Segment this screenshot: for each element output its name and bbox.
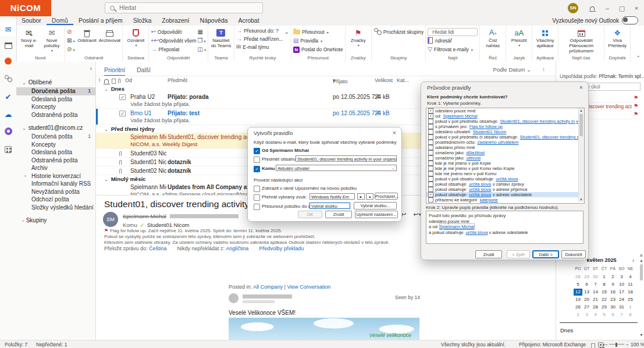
scroll-thumb[interactable] [579,114,583,136]
condition-checkbox[interactable] [428,155,433,161]
calendar-day[interactable]: 7 [617,311,626,318]
gallery-more-button[interactable]: ⌄ [284,28,289,36]
flag-button[interactable]: ⚑Značky▾ [347,27,369,55]
task-flag-icon[interactable]: ⚑ [634,95,638,101]
calendar-day[interactable]: 9 [609,281,617,288]
column-size[interactable]: Velikost [375,77,393,83]
condition-link[interactable]: Student01, discover trending activity ..… [520,134,584,140]
menu-tab[interactable]: Poslání a příjem [73,16,128,25]
condition-checkbox[interactable]: ✓ [428,108,433,113]
calendar-day[interactable]: 3 [617,274,626,280]
calendar-day[interactable]: 10 [617,281,626,288]
advanced-options-button[interactable]: Upřesnit nastavení... [355,211,398,218]
calendar-day[interactable]: 22 [600,296,609,303]
condition-checkbox[interactable] [428,187,433,192]
zoom-slider-thumb[interactable] [615,343,617,347]
poll-button[interactable]: Odpovědět Plánovacím průzkumem [560,27,602,55]
alert-checkbox[interactable] [254,186,260,192]
condition-link[interactable]: kategorie [480,197,498,203]
calendar-day[interactable]: 25 [626,296,635,303]
teams-button[interactable]: TNasdílet do Teams [210,27,232,55]
condition-checkbox[interactable]: ✓ [428,192,433,197]
calendar-day[interactable]: 29 [600,304,609,311]
calendar-day[interactable]: 23 [609,296,617,303]
ignore-button[interactable]: ⊘ [67,28,74,36]
reply-button[interactable]: ↩Odpovědět [151,28,196,36]
maximize-button[interactable]: ▢ [616,3,628,13]
column-category[interactable]: Kat... [397,77,409,83]
folder-section-header[interactable]: ⌄student01@nicom.cz [16,123,95,133]
sound-file-input[interactable]: Windows Notify Em [309,193,355,200]
wizard-condition-row[interactable]: pokud v poli obsahu obsahuje: určitá slo… [426,176,584,182]
calendar-day[interactable]: 14 [591,289,600,296]
search-box[interactable] [105,2,263,13]
menu-tab[interactable]: Složka [128,16,157,25]
rules-button[interactable]: ▤Pravidla▾ [293,37,343,45]
people-search-button[interactable]: Hledat lidi [428,28,478,36]
calendar-day[interactable]: 27 [582,304,591,311]
rail-item[interactable] [0,143,16,157]
zoom-level[interactable]: 100 % [631,342,644,347]
archive-button[interactable]: Archivovat [98,27,120,55]
reply-all-button[interactable]: ↩↩Odpovědět všem [151,37,196,45]
condition-link[interactable]: určitá slova [469,182,491,187]
calendar-day[interactable]: 8 [600,281,609,288]
calendar-day[interactable]: 2 [609,274,617,280]
condition-checkbox[interactable] [428,182,433,187]
wizard-condition-row[interactable]: přiřazeno ke kategorii: kategorie [426,197,584,203]
scroll-down-icon[interactable]: ▼ [579,198,583,201]
folder-item[interactable]: Informační kanály RSS [16,180,95,188]
block-sender-button[interactable]: ⊘▾ [67,45,74,54]
forward-manager-button[interactable]: →Předat nadřízen... [236,35,283,43]
new-outlook-toggle[interactable] [622,16,638,24]
collapse-ribbon-icon[interactable]: ⌄ [636,52,641,58]
new-items-button[interactable]: ✉Nové položky▾ [41,27,63,55]
condition-checkbox[interactable] [428,171,433,176]
condition-link[interactable]: určitá slova [469,187,491,192]
wizard-scrollbar[interactable]: ▲ ▼ [578,108,584,202]
rail-item[interactable] [0,125,16,139]
scroll-up-icon[interactable]: ▲ [639,258,644,262]
folder-item[interactable]: Odstraněná pošta [16,157,95,165]
calendar-day[interactable]: 1 [626,304,635,311]
wizard-condition-row[interactable]: pokud v poli předmětu či obsahu obsahuje… [426,134,584,140]
tab-other-inbox[interactable]: Další [137,66,151,75]
menu-tab[interactable]: Domů [47,16,73,25]
folder-item[interactable]: Doručená pošta1 [16,87,95,95]
forward-button[interactable]: →Přeposlat [151,45,196,54]
wizard-condition-row[interactable]: pokud v poli předmětu obsahuje: Student0… [426,119,584,124]
close-button[interactable]: × [631,3,642,13]
calendar-day[interactable]: 2 [574,311,582,318]
folder-item[interactable]: Odeslaná pošta [16,148,95,157]
calendar-day[interactable]: 28 [591,304,600,311]
move-checkbox[interactable] [254,204,260,210]
calendar-day[interactable]: 26 [574,304,582,311]
rail-item[interactable]: ☁ [0,107,16,121]
rail-item[interactable]: ✔ [0,90,16,104]
subject-contains-input[interactable]: Student01, discover trending activity in… [296,155,397,162]
subject-checkbox[interactable] [254,157,260,163]
team-email-button[interactable]: ✉E-mail týmu [236,43,283,51]
calendar-day[interactable]: 18 [626,289,635,296]
condition-checkbox[interactable] [428,197,433,203]
condition-checkbox[interactable] [428,166,433,171]
folder-item[interactable]: Složky výsledků hledání [16,204,95,212]
cancel-button[interactable]: Zrušit [475,250,502,258]
search-input[interactable] [118,4,237,12]
minimize-button[interactable]: – [602,3,613,13]
sender-avatar[interactable]: SM [103,212,118,227]
wizard-condition-row[interactable]: odesláno přímo mně [426,145,584,150]
calendar-day[interactable]: 29 [582,274,591,280]
calendar-day[interactable]: 15 [600,289,609,296]
menu-tab[interactable]: Acrobat [233,16,264,25]
user-avatar[interactable]: SN [568,3,578,13]
recipient-name[interactable]: Student01 Nicom [147,222,190,228]
condition-link[interactable]: Spielmann Michal [443,113,477,119]
column-received[interactable]: Přijato ▾ [333,77,336,83]
condition-checkbox[interactable] [428,124,433,129]
calendar-day[interactable]: 6 [582,281,591,288]
folder-section-header[interactable]: ›Skupiny [16,216,95,225]
sent-to-select[interactable]: Aktuální uživatel⌄ [276,165,397,171]
condition-checkbox[interactable] [428,161,433,166]
calendar-day[interactable]: 19 [574,296,582,303]
